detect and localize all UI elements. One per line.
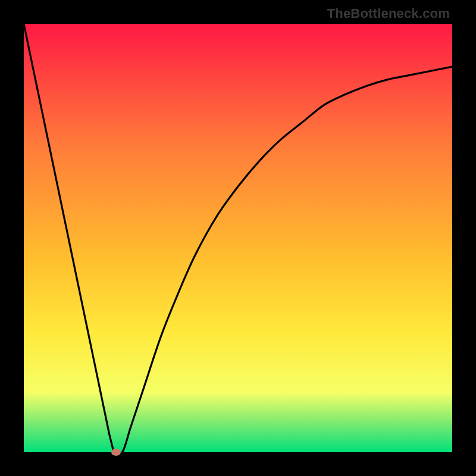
chart-stage: TheBottleneck.com	[0, 0, 476, 476]
watermark-text: TheBottleneck.com	[327, 6, 450, 21]
bottleneck-curve	[24, 24, 452, 452]
plot-area	[24, 24, 452, 452]
minimum-marker	[111, 449, 121, 456]
